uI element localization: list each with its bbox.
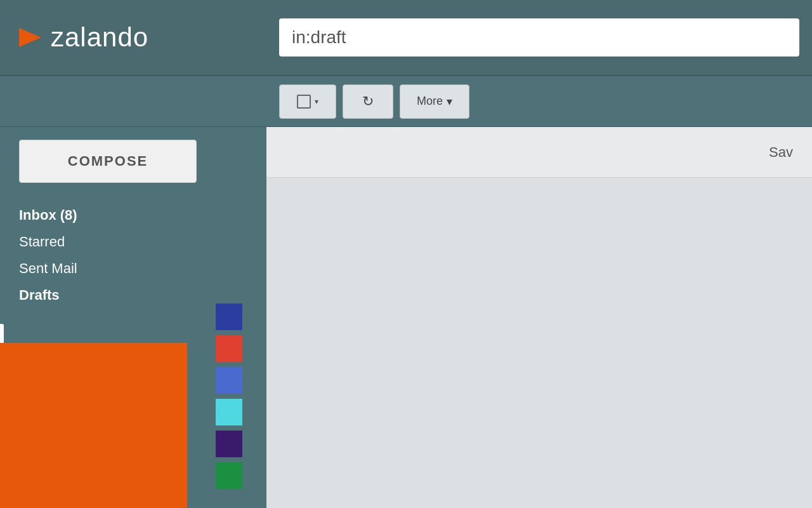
more-button[interactable]: More ▾ xyxy=(400,84,469,119)
swatch-medium-blue xyxy=(216,367,242,394)
content-area: Sav xyxy=(266,127,812,508)
nav-list: Inbox (8) Starred Sent Mail Drafts xyxy=(19,202,247,309)
color-swatches xyxy=(216,304,242,489)
toolbar: ▾ ↻ More ▾ xyxy=(0,76,812,127)
content-header: Sav xyxy=(266,127,812,178)
swatch-cyan xyxy=(216,399,242,425)
chevron-down-icon: ▾ xyxy=(447,95,452,109)
sidebar: COMPOSE Inbox (8) Starred Sent Mail Draf… xyxy=(0,127,266,508)
orange-decoration xyxy=(0,343,187,508)
sidebar-item-drafts[interactable]: Drafts xyxy=(19,282,247,309)
compose-label: COMPOSE xyxy=(68,153,148,170)
save-text: Sav xyxy=(769,144,793,161)
content-body xyxy=(266,178,812,508)
zalando-logo-icon xyxy=(13,22,44,53)
swatch-dark-purple xyxy=(216,431,242,457)
main-layout: COMPOSE Inbox (8) Starred Sent Mail Draf… xyxy=(0,127,812,508)
header: zalando xyxy=(0,0,812,76)
compose-button[interactable]: COMPOSE xyxy=(19,140,197,183)
select-checkbox-button[interactable]: ▾ xyxy=(279,84,336,119)
refresh-icon: ↻ xyxy=(362,93,374,110)
swatch-dark-blue xyxy=(216,304,242,330)
more-label: More xyxy=(417,95,443,108)
svg-marker-0 xyxy=(19,28,41,47)
refresh-button[interactable]: ↻ xyxy=(343,84,393,119)
swatch-red xyxy=(216,335,242,362)
swatch-green xyxy=(216,462,242,489)
logo-text: zalando xyxy=(51,22,148,53)
sidebar-item-sent[interactable]: Sent Mail xyxy=(19,255,247,282)
sidebar-item-starred[interactable]: Starred xyxy=(19,229,247,255)
sidebar-item-inbox[interactable]: Inbox (8) xyxy=(19,202,247,229)
logo-area: zalando xyxy=(13,22,279,53)
checkbox-icon xyxy=(297,95,311,109)
search-input[interactable] xyxy=(279,18,799,57)
chevron-down-icon: ▾ xyxy=(315,97,318,106)
